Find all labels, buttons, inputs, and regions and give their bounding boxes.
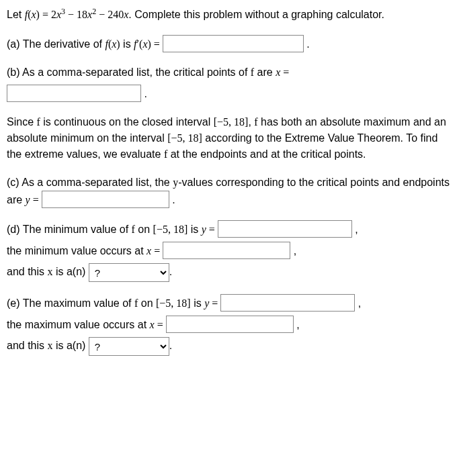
e-period: .: [169, 340, 172, 352]
a-derivative-input[interactable]: [163, 35, 304, 52]
d-t1: (d) The minimum value of: [7, 224, 132, 235]
intro-suffix: . Complete this problem without a graphi…: [128, 9, 384, 20]
part-b: (b) As a comma-separated list, the criti…: [7, 64, 454, 102]
part-a: (a) The derivative of f(x) is f′(x) = .: [7, 35, 454, 52]
c-yvalues-input[interactable]: [42, 191, 169, 208]
d-t5: and this: [7, 267, 47, 278]
a-fx: f(x): [105, 38, 120, 50]
intro-function: f(x) = 2x3 − 18x2 − 240x: [25, 9, 129, 20]
a-mid: is: [120, 38, 134, 50]
e-comma1: ,: [358, 297, 361, 309]
ex-1a: Since: [7, 116, 36, 128]
d-t4: the minimum value occurs at: [7, 245, 146, 256]
b-xeq: x =: [276, 66, 289, 78]
d-t2: on: [135, 224, 153, 235]
e-t4: the maximum value occurs at: [7, 319, 150, 330]
e-type-select[interactable]: ?: [89, 337, 169, 356]
b-period: .: [144, 88, 146, 99]
intro-prefix: Let: [7, 9, 25, 20]
b-text2: are: [254, 66, 276, 78]
e-comma2: ,: [296, 319, 299, 330]
d-min-y-input[interactable]: [218, 220, 352, 238]
d-min-x-input[interactable]: [163, 242, 290, 259]
c-period: .: [172, 194, 175, 205]
b-text: (b) As a comma-separated list, the criti…: [7, 66, 251, 78]
e-max-x-input[interactable]: [166, 316, 294, 333]
ex-1b: is continuous on the closed interval: [40, 116, 214, 128]
d-comma2: ,: [294, 245, 296, 256]
e-int: [−5, 18]: [156, 297, 191, 309]
d-comma1: ,: [355, 224, 358, 235]
d-xeq: x =: [146, 245, 163, 256]
e-max-y-input[interactable]: [220, 294, 355, 312]
explanation-paragraph: Since f is continuous on the closed inte…: [7, 114, 454, 162]
part-c: (c) As a comma-separated list, the y-val…: [7, 175, 454, 208]
c-text1: (c) As a comma-separated list, the: [7, 177, 173, 188]
d-period: .: [169, 267, 172, 278]
a-fpx: f′(x) =: [134, 38, 163, 50]
e-t3: is: [191, 297, 204, 309]
ex-1f: at the endpoints and at the critical poi…: [167, 148, 366, 160]
d-type-select[interactable]: ?: [89, 263, 169, 282]
ex-int1: [−5, 18]: [214, 116, 249, 128]
problem-intro: Let f(x) = 2x3 − 18x2 − 240x. Complete t…: [7, 5, 454, 23]
d-int: [−5, 18]: [153, 224, 188, 235]
e-xeq: x =: [150, 319, 166, 330]
e-t2: on: [138, 297, 156, 309]
e-yeq: y =: [204, 297, 220, 309]
d-yeq: y =: [202, 224, 218, 235]
e-t5: and this: [7, 340, 47, 352]
b-critical-points-input[interactable]: [7, 85, 141, 102]
c-yvar: y: [173, 177, 178, 188]
d-t3: is: [187, 224, 201, 235]
ex-1c: ,: [248, 116, 254, 128]
e-t1: (e) The maximum value of: [7, 297, 134, 309]
c-yeq: y =: [26, 194, 42, 205]
d-t6: is a(n): [52, 267, 85, 278]
e-t6: is a(n): [52, 340, 85, 352]
a-prefix: (a) The derivative of: [7, 38, 105, 50]
part-e: (e) The maximum value of f on [−5, 18] i…: [7, 294, 454, 356]
ex-int2: [−5, 18]: [167, 132, 202, 144]
part-d: (d) The minimum value of f on [−5, 18] i…: [7, 220, 454, 282]
a-period: .: [306, 38, 309, 50]
